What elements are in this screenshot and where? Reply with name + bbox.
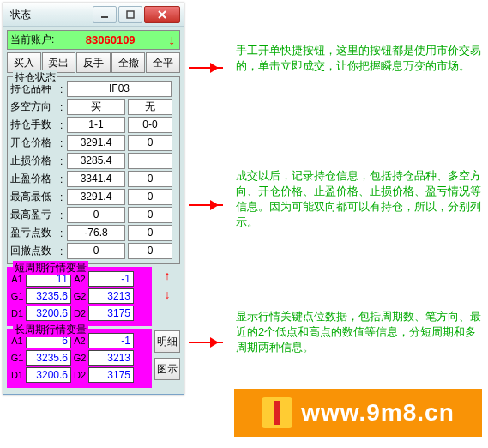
banner-text: www.9m8.cn: [301, 399, 455, 427]
lab-d2: D2: [73, 370, 87, 380]
field-label: 最高盈亏: [10, 208, 60, 222]
field-label: 最高最低: [10, 190, 60, 204]
sc-d2: 3175: [88, 306, 134, 321]
field-label: 开仓价格: [10, 136, 60, 150]
arrow-icon: [189, 67, 223, 69]
lc-d1: 3200.6: [26, 367, 71, 383]
close-all-button[interactable]: 全平: [146, 52, 180, 73]
field-label: 回撤点数: [10, 244, 60, 258]
svg-rect-1: [127, 11, 134, 18]
field-label: 止盈价格: [10, 172, 60, 186]
lc-d2: 3175: [88, 367, 134, 383]
position-group: 持仓状态 持仓品种:IF03 多空方向:买无 持仓手数:1-10-0 开仓价格:…: [7, 76, 180, 264]
lab-g1: G1: [10, 291, 24, 301]
chart-button[interactable]: 图示: [154, 358, 180, 380]
up-arrow-icon[interactable]: ↑: [160, 269, 175, 282]
dir-buy: 买: [67, 99, 125, 115]
status-window: 状态 当前账户: 83060109 ↓ 买入 卖出 反手 全撤 全平 持仓状态 …: [3, 3, 184, 395]
reverse-button[interactable]: 反手: [76, 52, 111, 73]
client-area: 当前账户: 83060109 ↓ 买入 卖出 反手 全撤 全平 持仓状态 持仓品…: [3, 27, 184, 394]
long-cycle-label: 长周期行情变量: [13, 323, 88, 337]
cancel-all-button[interactable]: 全撤: [111, 52, 146, 73]
site-banner: www.9m8.cn: [234, 389, 482, 437]
dir-none: 无: [128, 99, 172, 115]
open-v2: 0: [128, 135, 172, 151]
lab-d1: D1: [10, 308, 24, 318]
lab-d2: D2: [73, 308, 87, 318]
ddp-v1: 0: [67, 243, 125, 259]
lc-g2: 3213: [88, 350, 134, 366]
field-label: 止损价格: [10, 154, 60, 168]
position-group-label: 持仓状态: [13, 70, 57, 85]
annotation-1: 手工开单快捷按钮，这里的按钮都是使用市价交易的，单击立即成交，让你把握瞬息万变的…: [236, 43, 485, 74]
ddp-v2: 0: [128, 243, 172, 259]
lab-g2: G2: [73, 353, 87, 363]
long-cycle-group: 长周期行情变量 A16A2-1 G13235.6G23213 D13200.6D…: [7, 329, 152, 388]
svg-rect-0: [101, 16, 108, 18]
plp-v1: -76.8: [67, 225, 125, 241]
lab-g2: G2: [73, 291, 87, 301]
short-cycle-label: 短周期行情变量: [13, 261, 88, 275]
arrow-icon: [189, 342, 223, 343]
close-button[interactable]: [144, 6, 180, 23]
profit-v1: 3341.4: [67, 171, 125, 187]
field-label: 持仓手数: [10, 118, 60, 132]
hilo-v1: 3291.4: [67, 189, 125, 205]
stop-v2: [128, 153, 172, 169]
down-arrow-icon[interactable]: ↓: [160, 288, 175, 301]
lab-g1: G1: [10, 353, 24, 363]
profit-v2: 0: [128, 171, 172, 187]
stop-v1: 3285.4: [67, 153, 125, 169]
down-arrow-icon[interactable]: ↓: [166, 35, 177, 45]
annotation-2: 成交以后，记录持仓信息，包括持仓品种、多空方向、开仓价格、止盈价格、止损价格、盈…: [236, 168, 485, 230]
maximize-button[interactable]: [118, 6, 142, 23]
account-value: 83060109: [54, 33, 166, 46]
account-label: 当前账户:: [10, 33, 54, 47]
symbol-value: IF03: [67, 81, 172, 97]
short-cycle-group: 短周期行情变量 A111A2-1 G13235.6G23213 D13200.6…: [7, 267, 152, 326]
window-title: 状态: [7, 8, 91, 22]
logo-icon: [262, 397, 292, 428]
lots-v2: 0-0: [128, 117, 172, 133]
minimize-button[interactable]: [93, 6, 117, 23]
lab-d1: D1: [10, 370, 24, 380]
sc-d1: 3200.6: [26, 306, 71, 321]
open-v1: 3291.4: [67, 135, 125, 151]
sc-g1: 3235.6: [26, 288, 71, 304]
maxpl-v1: 0: [67, 207, 125, 223]
lc-g1: 3235.6: [26, 350, 71, 366]
plp-v2: 0: [128, 225, 172, 241]
detail-button[interactable]: 明细: [154, 330, 180, 353]
sc-a2: -1: [88, 271, 134, 287]
hilo-v2: 0: [128, 189, 172, 205]
field-label: 盈亏点数: [10, 226, 60, 240]
arrow-icon: [189, 204, 223, 206]
field-label: 多空方向: [10, 100, 60, 114]
annotation-3: 显示行情关键点位数据，包括周期数、笔方向、最近的2个低点和高点的数值等信息，分短…: [236, 309, 485, 355]
sc-g2: 3213: [88, 288, 134, 304]
maxpl-v2: 0: [128, 207, 172, 223]
titlebar[interactable]: 状态: [3, 3, 184, 27]
account-row: 当前账户: 83060109 ↓: [7, 30, 180, 50]
lots-v1: 1-1: [67, 117, 125, 133]
lc-a2: -1: [88, 333, 134, 348]
